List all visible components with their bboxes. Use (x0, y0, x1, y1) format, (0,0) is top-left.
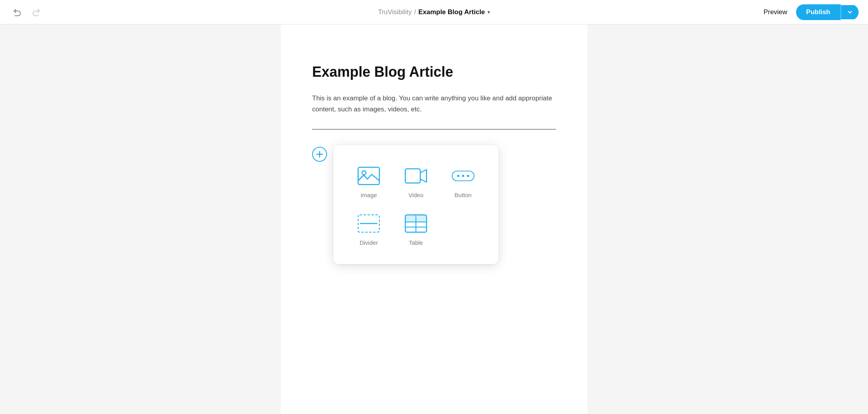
svg-rect-15 (406, 215, 416, 222)
article-heading: Example Blog Article (312, 64, 556, 80)
publish-button[interactable]: Publish (796, 4, 841, 20)
svg-point-6 (457, 175, 459, 177)
topbar-left (9, 6, 44, 19)
svg-rect-16 (416, 215, 426, 222)
widget-grid: Image Video (345, 157, 487, 252)
svg-rect-2 (358, 167, 379, 185)
undo-button[interactable] (9, 6, 24, 19)
button-icon (451, 165, 475, 187)
article-divider (312, 129, 556, 129)
main-content: Example Blog Article This is an example … (281, 24, 587, 414)
widget-table[interactable]: Table (392, 205, 440, 252)
widget-image[interactable]: Image (345, 157, 392, 205)
topbar-right: Preview Publish (758, 4, 859, 20)
widget-divider[interactable]: Divider (345, 205, 392, 252)
svg-point-3 (362, 171, 366, 175)
publish-button-group: Publish (796, 4, 859, 20)
topbar: TruVisibility / Example Blog Article ▾ P… (0, 0, 868, 24)
image-label: Image (360, 192, 377, 198)
topbar-center: TruVisibility / Example Blog Article ▾ (378, 8, 490, 16)
publish-dropdown-button[interactable] (841, 5, 859, 19)
breadcrumb-separator: / (414, 8, 416, 16)
video-icon (404, 165, 428, 187)
brand-name: TruVisibility (378, 8, 412, 16)
divider-icon (357, 213, 381, 235)
title-dropdown-chevron[interactable]: ▾ (487, 9, 490, 15)
widget-row-2: Divider (345, 205, 487, 252)
image-icon (357, 165, 381, 187)
table-icon (404, 213, 428, 235)
table-label: Table (409, 239, 423, 246)
preview-button[interactable]: Preview (758, 5, 793, 19)
video-label: Video (408, 192, 423, 198)
article-body: This is an example of a blog. You can wr… (312, 93, 556, 115)
article-container: Example Blog Article This is an example … (281, 64, 587, 264)
widget-button[interactable]: Button (440, 157, 487, 205)
widget-video[interactable]: Video (392, 157, 440, 205)
article-title-breadcrumb: Example Blog Article (418, 8, 485, 16)
divider-label: Divider (360, 239, 378, 246)
add-block-row: Image Video (312, 145, 556, 264)
widget-picker: Image Video (333, 145, 498, 264)
svg-rect-4 (405, 169, 420, 183)
redo-button[interactable] (29, 6, 44, 19)
button-label: Button (454, 192, 471, 198)
widget-row-1: Image Video (345, 157, 487, 205)
add-block-button[interactable] (312, 147, 327, 162)
svg-point-8 (467, 175, 469, 177)
svg-point-7 (462, 175, 464, 177)
